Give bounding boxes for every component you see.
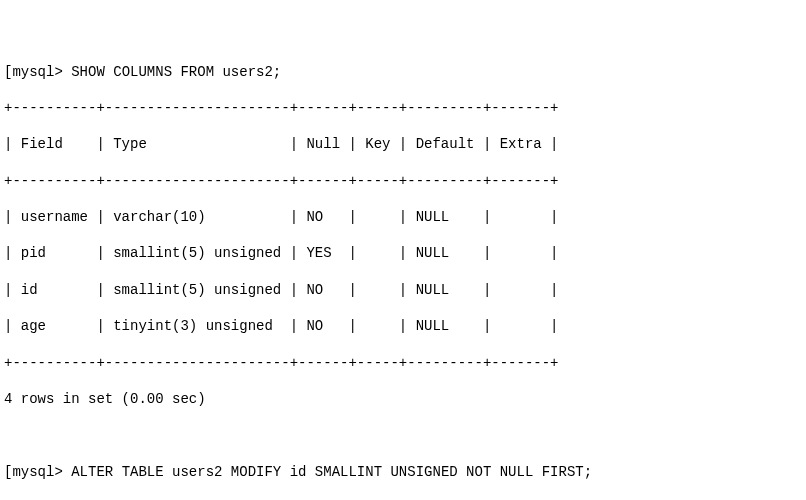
sql-command: ALTER TABLE users2 MODIFY id SMALLINT UN… <box>71 464 592 480</box>
table-border: +----------+----------------------+-----… <box>4 172 802 190</box>
table-row: | pid | smallint(5) unsigned | YES | | N… <box>4 244 802 262</box>
table-border: +----------+----------------------+-----… <box>4 354 802 372</box>
prompt-line-2: [mysql> ALTER TABLE users2 MODIFY id SMA… <box>4 463 802 481</box>
prompt-line-1: [mysql> SHOW COLUMNS FROM users2; <box>4 63 802 81</box>
table-header: | Field | Type | Null | Key | Default | … <box>4 135 802 153</box>
table-row: | username | varchar(10) | NO | | NULL |… <box>4 208 802 226</box>
table-row: | age | tinyint(3) unsigned | NO | | NUL… <box>4 317 802 335</box>
result-footer: 4 rows in set (0.00 sec) <box>4 390 802 408</box>
sql-command: SHOW COLUMNS FROM users2; <box>71 64 281 80</box>
blank-line <box>4 426 802 444</box>
table-row: | id | smallint(5) unsigned | NO | | NUL… <box>4 281 802 299</box>
table-border: +----------+----------------------+-----… <box>4 99 802 117</box>
mysql-prompt: [mysql> <box>4 464 71 480</box>
mysql-prompt: [mysql> <box>4 64 71 80</box>
